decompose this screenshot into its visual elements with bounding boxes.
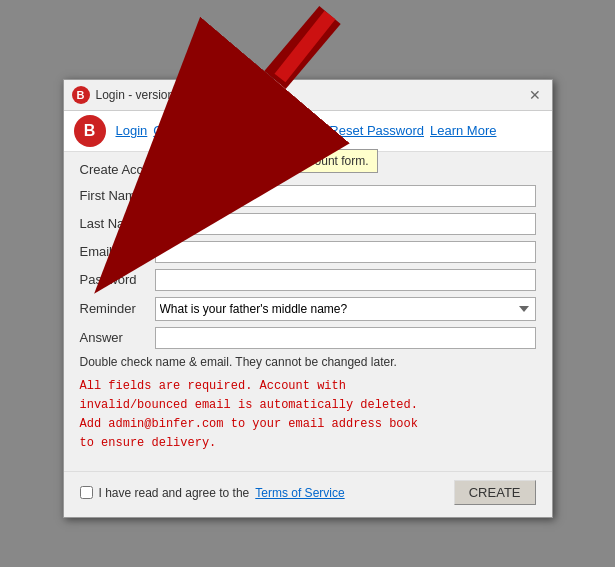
reminder-row: Reminder What is your father's middle na…: [80, 297, 536, 321]
warning-line-2: invalid/bounced email is automatically d…: [80, 398, 418, 412]
nav-bar: B Login Create Account Join Network Rese…: [64, 111, 552, 152]
title-bar: B Login - version - 4.0.6.2 ✕: [64, 80, 552, 111]
tooltip: Click to view the new account form.: [172, 149, 378, 173]
answer-label: Answer: [80, 330, 155, 345]
warning-line-1: All fields are required. Account with: [80, 379, 346, 393]
reminder-label: Reminder: [80, 301, 155, 316]
email-input[interactable]: [155, 241, 536, 263]
note-text: Double check name & email. They cannot b…: [80, 355, 536, 369]
tos-checkbox[interactable]: [80, 486, 93, 499]
last-name-input[interactable]: [155, 213, 536, 235]
last-name-row: Last Name: [80, 213, 536, 235]
create-button[interactable]: CREATE: [454, 480, 536, 505]
password-label: Password: [80, 272, 155, 287]
nav-join-network[interactable]: Join Network: [248, 123, 323, 138]
nav-create-account[interactable]: Create Account: [153, 123, 242, 138]
warning-line-4: to ensure delivery.: [80, 436, 217, 450]
tos-link[interactable]: Terms of Service: [255, 486, 344, 500]
nav-reset-password[interactable]: Reset Password: [329, 123, 424, 138]
app-icon: B: [72, 86, 90, 104]
title-bar-left: B Login - version - 4.0.6.2: [72, 86, 222, 104]
footer: I have read and agree to the Terms of Se…: [64, 471, 552, 517]
first-name-label: First Name: [80, 188, 155, 203]
password-input[interactable]: [155, 269, 536, 291]
warning-line-3: Add admin@binfer.com to your email addre…: [80, 417, 418, 431]
first-name-row: First Name: [80, 185, 536, 207]
nav-logo: B: [74, 115, 106, 147]
window-title: Login - version - 4.0.6.2: [96, 88, 222, 102]
footer-label: I have read and agree to the: [99, 486, 250, 500]
last-name-label: Last Name: [80, 216, 155, 231]
form-content: Create Account First Name Last Name Emai…: [64, 152, 552, 472]
email-row: Email: [80, 241, 536, 263]
first-name-input[interactable]: [155, 185, 536, 207]
answer-input[interactable]: [155, 327, 536, 349]
close-button[interactable]: ✕: [526, 86, 544, 104]
answer-row: Answer: [80, 327, 536, 349]
nav-learn-more[interactable]: Learn More: [430, 123, 496, 138]
email-label: Email: [80, 244, 155, 259]
nav-login[interactable]: Login: [116, 123, 148, 138]
reminder-select[interactable]: What is your father's middle name? What …: [155, 297, 536, 321]
password-row: Password: [80, 269, 536, 291]
main-window: B Login - version - 4.0.6.2 ✕ B Login Cr…: [63, 79, 553, 519]
warning-text: All fields are required. Account with in…: [80, 377, 536, 454]
